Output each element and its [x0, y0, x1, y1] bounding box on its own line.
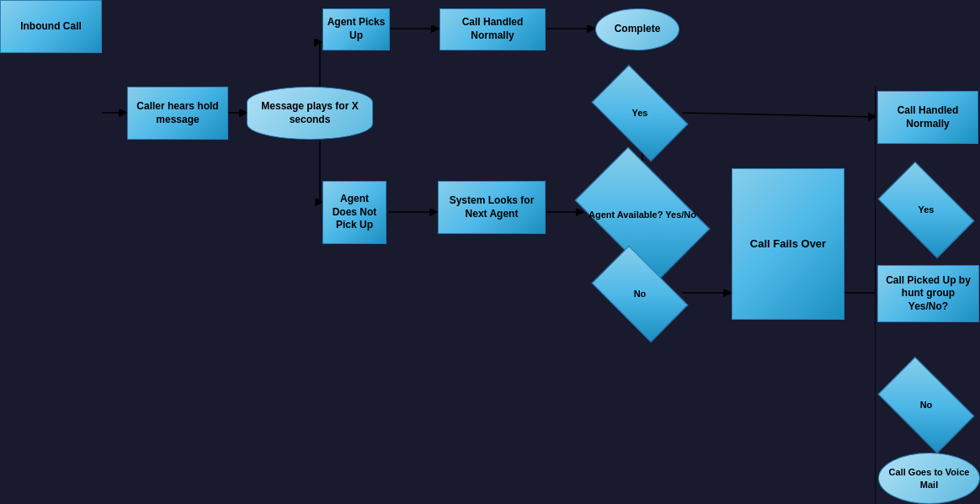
system-looks-next-agent-box: System Looks for Next Agent — [438, 181, 546, 234]
no-mid-diamond: No — [598, 268, 682, 321]
yes-right-diamond: Yes — [884, 183, 968, 236]
call-picked-up-hunt-box: Call Picked Up by hunt group Yes/No? — [877, 265, 979, 322]
no-bottom-diamond: No — [884, 379, 968, 432]
call-goes-voicemail-ellipse: Call Goes to Voice Mail — [878, 453, 980, 504]
yes-top-diamond: Yes — [598, 87, 682, 140]
agent-does-not-pick-up-box: Agent Does Not Pick Up — [322, 181, 386, 244]
call-handled-normally-right-box: Call Handled Normally — [877, 91, 978, 144]
call-handled-normally-top-box: Call Handled Normally — [439, 8, 546, 50]
complete-ellipse: Complete — [595, 8, 679, 50]
inbound-call-box: Inbound Call — [0, 0, 102, 53]
agent-available-diamond: Agent Available? Yes/No — [584, 177, 700, 252]
call-fails-over-box: Call Fails Over — [732, 168, 844, 320]
agent-picks-up-box: Agent Picks Up — [322, 8, 390, 50]
flowchart-diagram: Inbound Call Caller hears hold message M… — [0, 0, 980, 504]
svg-line-11 — [682, 113, 876, 117]
caller-hears-hold-box: Caller hears hold message — [127, 87, 228, 140]
message-plays-box: Message plays for X seconds — [247, 87, 373, 140]
